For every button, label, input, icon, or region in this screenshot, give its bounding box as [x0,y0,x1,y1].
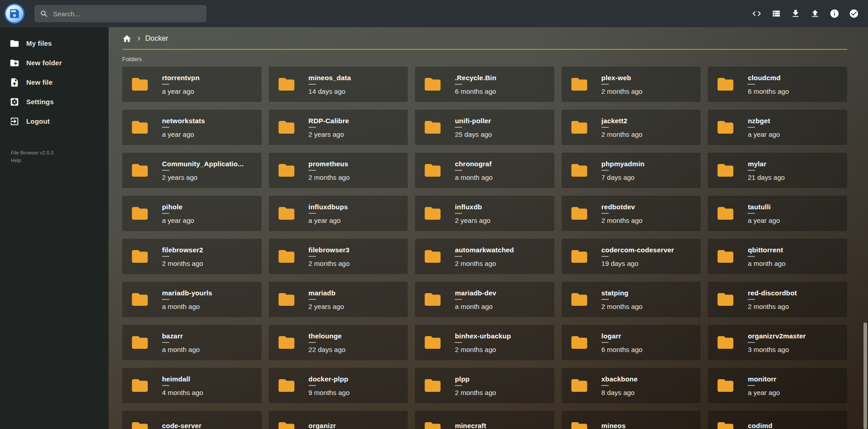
help-link[interactable]: Help [11,157,21,164]
folder-card[interactable]: RDP-Calibre 2 years ago [269,110,408,145]
info-icon[interactable] [830,9,839,19]
folder-card[interactable]: .Recycle.Bin 6 months ago [415,67,554,102]
search-box [34,5,206,22]
select-all-icon[interactable] [849,9,859,19]
folder-modified-time: a month ago [455,303,550,310]
folder-name: jackett2 [601,117,696,125]
folder-card[interactable]: red-discordbot 2 months ago [708,282,847,317]
folder-divider [309,385,316,386]
folder-card[interactable]: organizrv2master 3 months ago [708,325,847,360]
folder-modified-time: 2 years ago [309,303,404,310]
folder-card[interactable]: filebrowser2 2 months ago [122,239,262,274]
folder-card[interactable]: networkstats a year ago [122,110,262,145]
folder-card[interactable]: unifi-poller 25 days ago [415,110,554,145]
download-icon[interactable] [791,9,801,19]
folder-card[interactable]: rtorrentvpn a year ago [122,67,262,102]
folder-icon [714,290,737,309]
folder-card[interactable]: mariadb-dev a month ago [415,282,554,317]
folder-card[interactable]: docker-plpp 9 months ago [269,368,408,403]
folder-card[interactable]: prometheus 2 months ago [269,153,408,188]
folder-card[interactable]: influxdb 2 years ago [415,196,554,231]
folder-divider [162,385,169,386]
folder-divider [309,299,316,300]
folder-icon [129,247,151,266]
code-icon[interactable] [752,9,762,19]
folder-card[interactable]: xbackbone 8 days ago [562,368,701,403]
folder-card[interactable]: binhex-urbackup 2 months ago [415,325,554,360]
folder-card[interactable]: Community_Applicatio... 2 years ago [122,153,262,188]
breadcrumb-current[interactable]: Docker [145,34,168,43]
folder-icon [129,118,151,137]
folder-card[interactable]: plpp 2 months ago [415,368,554,403]
upload-icon[interactable] [810,9,820,19]
filebrowser-app: My files New folder New file Settings Lo… [0,0,868,429]
folder-card[interactable]: code-server [122,411,262,429]
folder-name: mylar [748,160,843,168]
folder-card[interactable]: mineos [562,411,701,429]
new-folder-icon [10,58,19,68]
folder-card[interactable]: cloudcmd 6 months ago [708,67,847,102]
folder-card[interactable]: logarr 6 months ago [562,325,701,360]
folder-divider [748,213,755,214]
folder-name: influxdb [455,203,550,211]
folder-name: filebrowser3 [309,246,404,254]
folder-card[interactable]: plex-web 2 months ago [562,67,701,102]
folder-card[interactable]: organizr [269,411,408,429]
folder-card[interactable]: mariadb 2 years ago [269,282,408,317]
folder-card[interactable]: redbotdev 2 months ago [562,196,701,231]
folder-meta: docker-plpp 9 months ago [309,375,404,396]
folder-name: qbittorrent [748,246,843,254]
sidebar-item-settings[interactable]: Settings [0,92,109,111]
folder-card[interactable]: pihole a year ago [122,196,262,231]
folder-card[interactable]: phpmyadmin 7 days ago [562,153,701,188]
folder-card[interactable]: statping 2 months ago [562,282,701,317]
folder-card[interactable]: automarkwatched 2 months ago [415,239,554,274]
folder-meta: codercom-codeserver 19 days ago [601,246,696,267]
sidebar-item-my-files[interactable]: My files [0,34,109,53]
folder-card[interactable]: codercom-codeserver 19 days ago [562,239,701,274]
folder-card[interactable]: filebrowser3 2 months ago [269,239,408,274]
sidebar-item-new-folder[interactable]: New folder [0,53,109,72]
folder-name: mineos [601,422,696,429]
folder-card[interactable]: jackett2 2 months ago [562,110,701,145]
sidebar-item-new-file[interactable]: New file [0,72,109,92]
folder-card[interactable]: mineos_data 14 days ago [269,67,408,102]
folder-card[interactable]: qbittorrent a month ago [708,239,847,274]
folder-icon [568,247,591,266]
folder-icon [568,333,591,352]
folder-card[interactable]: tautulli a year ago [708,196,847,231]
folder-divider [601,170,609,171]
folder-card[interactable]: codimd [708,411,847,429]
folder-name: unifi-poller [455,117,550,125]
folder-card[interactable]: mariadb-yourls a month ago [122,282,262,317]
folder-icon [714,419,737,429]
folder-icon [421,161,444,180]
sidebar-item-label: Settings [26,98,54,106]
folder-card[interactable]: nzbget a year ago [708,110,847,145]
folder-name: binhex-urbackup [455,332,550,340]
folder-modified-time: 4 months ago [162,389,257,396]
app-logo[interactable] [5,4,24,24]
folder-card[interactable]: monitorr a year ago [708,368,847,403]
folder-divider [309,127,316,128]
folder-card[interactable]: bazarr a month ago [122,325,262,360]
app-version: File Browser v2.0.3 [11,149,109,157]
sidebar-item-logout[interactable]: Logout [0,111,109,131]
search-input[interactable] [53,10,201,18]
home-icon[interactable] [122,34,132,43]
folder-modified-time: 14 days ago [309,87,404,95]
list-view-icon[interactable] [771,9,781,19]
folder-modified-time: 2 years ago [455,217,550,224]
folder-card[interactable]: heimdall 4 months ago [122,368,262,403]
folder-meta: codimd [748,422,843,429]
folder-icon [714,247,737,266]
folder-icon [421,376,444,395]
folder-card[interactable]: influxdbups a year ago [269,196,408,231]
scrollbar-thumb[interactable] [863,323,867,429]
folder-card[interactable]: mylar 21 days ago [708,153,847,188]
folder-name: phpmyadmin [601,160,696,168]
folder-card[interactable]: minecraft [415,411,554,429]
folder-icon [568,118,591,137]
folder-card[interactable]: chronograf a month ago [415,153,554,188]
folder-card[interactable]: thelounge 22 days ago [269,325,408,360]
